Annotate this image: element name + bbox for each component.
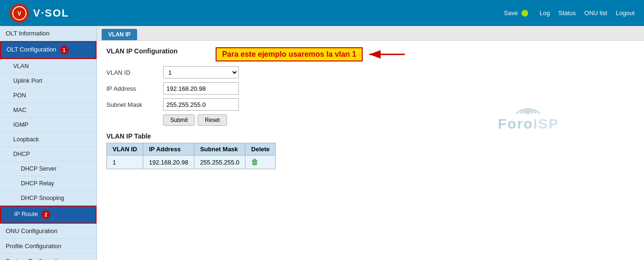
sidebar-item-dhcp-server[interactable]: DHCP Server <box>0 162 96 176</box>
table-title: VLAN IP Table <box>106 132 635 140</box>
reset-button[interactable]: Reset <box>198 114 226 126</box>
main-layout: OLT Information OLT Configuration 1 VLAN… <box>0 26 644 260</box>
table-row: 1 192.168.20.98 255.255.255.0 🗑 <box>107 156 276 169</box>
sidebar-item-loopback[interactable]: Loopback <box>0 132 96 147</box>
badge-1: 1 <box>60 46 69 54</box>
tab-bar: VLAN IP <box>97 26 644 41</box>
form-buttons: Submit Reset <box>163 114 635 126</box>
sidebar-item-onu-configuration[interactable]: ONU Configuration <box>0 224 96 239</box>
save-label[interactable]: Save <box>504 9 518 17</box>
ip-address-row: IP Address <box>106 82 635 95</box>
nav-logout[interactable]: Logout <box>616 9 635 17</box>
content-area: VLAN IP VLAN IP Configuration Para este … <box>97 26 644 260</box>
annotation-arrow <box>365 49 407 60</box>
logo-text: V·SOL <box>33 7 69 19</box>
sidebar-item-olt-information[interactable]: OLT Information <box>0 26 96 41</box>
nav-status[interactable]: Status <box>558 9 576 17</box>
sidebar-item-ip-route[interactable]: IP Route 2 <box>0 206 96 224</box>
submit-button[interactable]: Submit <box>163 114 195 126</box>
form-title: VLAN IP Configuration <box>106 47 178 55</box>
vsol-logo-icon: V <box>9 3 29 23</box>
vlan-id-label: VLAN ID <box>106 69 163 76</box>
sidebar-item-uplink-port[interactable]: Uplink Port <box>0 74 96 88</box>
header-right: Save Log Status ONU list Logout <box>504 9 635 17</box>
status-dot <box>522 10 528 17</box>
sidebar-item-dhcp-snooping[interactable]: DHCP Snooping <box>0 191 96 206</box>
delete-button[interactable]: 🗑 <box>251 158 259 166</box>
form-area: VLAN IP Configuration Para este ejemplo … <box>97 41 644 176</box>
header-nav: Log Status ONU list Logout <box>540 9 635 17</box>
logo-area: V V·SOL <box>9 3 69 23</box>
nav-log[interactable]: Log <box>540 9 550 17</box>
vlan-ip-table: VLAN ID IP Address Subnet Mask Delete 1 … <box>106 143 276 169</box>
subnet-mask-label: Subnet Mask <box>106 101 163 108</box>
ip-address-input[interactable] <box>163 82 239 95</box>
col-header-subnet-mask: Subnet Mask <box>194 143 245 156</box>
sidebar-item-profile-configuration[interactable]: Profile Configuration <box>0 239 96 254</box>
save-area: Save <box>504 9 529 17</box>
subnet-mask-input[interactable] <box>163 98 239 111</box>
nav-onu-list[interactable]: ONU list <box>584 9 607 17</box>
subnet-mask-row: Subnet Mask <box>106 98 635 111</box>
annotation-text: Para este ejemplo usaremos la vlan 1 <box>216 47 363 61</box>
vlan-id-row: VLAN ID 1 <box>106 66 635 78</box>
sidebar-item-system-configuration[interactable]: System Configuration <box>0 254 96 260</box>
col-header-vlan-id: VLAN ID <box>107 143 143 156</box>
col-header-ip-address: IP Address <box>143 143 194 156</box>
sidebar-item-pon[interactable]: PON <box>0 88 96 103</box>
row-delete: 🗑 <box>245 156 276 169</box>
sidebar-item-dhcp[interactable]: DHCP <box>0 147 96 162</box>
badge-2: 2 <box>42 210 50 219</box>
ip-address-label: IP Address <box>106 85 163 92</box>
col-header-delete: Delete <box>245 143 276 156</box>
row-ip-address: 192.168.20.98 <box>143 156 194 169</box>
sidebar-item-dhcp-relay[interactable]: DHCP Relay <box>0 176 96 191</box>
vlan-id-select[interactable]: 1 <box>163 66 239 78</box>
sidebar: OLT Information OLT Configuration 1 VLAN… <box>0 26 97 260</box>
sidebar-item-igmp[interactable]: IGMP <box>0 118 96 132</box>
sidebar-item-mac[interactable]: MAC <box>0 103 96 118</box>
row-vlan-id: 1 <box>107 156 143 169</box>
header: V V·SOL Save Log Status ONU list Logout <box>0 0 644 26</box>
svg-text:V: V <box>17 10 21 17</box>
tab-vlan-ip[interactable]: VLAN IP <box>102 29 137 40</box>
sidebar-item-vlan[interactable]: VLAN <box>0 59 96 74</box>
sidebar-item-olt-configuration[interactable]: OLT Configuration 1 <box>0 41 96 59</box>
row-subnet-mask: 255.255.255.0 <box>194 156 245 169</box>
